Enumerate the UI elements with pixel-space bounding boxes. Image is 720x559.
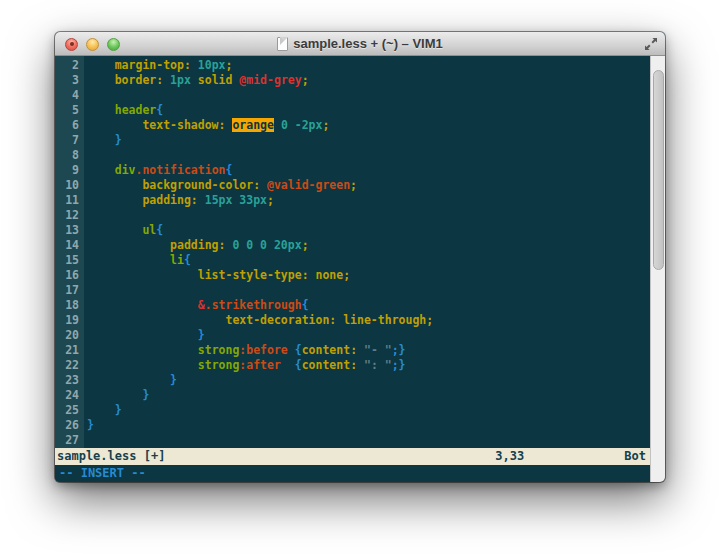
code-line: header{	[87, 103, 650, 118]
status-filename: sample.less [+]	[57, 449, 165, 463]
line-number: 10	[55, 178, 79, 193]
line-number: 23	[55, 373, 79, 388]
code-line: }	[87, 133, 650, 148]
code-line: }	[87, 328, 650, 343]
code-line: li{	[87, 253, 650, 268]
code-line: padding: 15px 33px;	[87, 193, 650, 208]
code-lines[interactable]: margin-top: 10px; border: 1px solid @mid…	[84, 56, 650, 448]
code-line: text-decoration: line-through;	[87, 313, 650, 328]
code-line: strong:before {content: "- ";}	[87, 343, 650, 358]
fullscreen-button[interactable]	[644, 37, 658, 51]
code-line: strong:after {content: ": ";}	[87, 358, 650, 373]
line-number: 8	[55, 148, 79, 163]
editor-column: 2345678910111213141516171819202122232425…	[55, 56, 650, 482]
minimize-button[interactable]	[86, 38, 99, 51]
vim-status-bar: sample.less [+] 3,33 Bot	[55, 448, 650, 465]
line-number: 20	[55, 328, 79, 343]
code-line: &.strikethrough{	[87, 298, 650, 313]
line-number: 19	[55, 313, 79, 328]
scroll-position: Bot	[624, 448, 646, 465]
line-number: 21	[55, 343, 79, 358]
line-number: 3	[55, 73, 79, 88]
code-line: margin-top: 10px;	[87, 58, 650, 73]
window-title: sample.less + (~) – VIM1	[293, 36, 443, 51]
code-line: }	[87, 418, 650, 433]
line-numbers: 2345678910111213141516171819202122232425…	[55, 56, 84, 448]
code-line: ul{	[87, 223, 650, 238]
title-group: sample.less + (~) – VIM1	[277, 36, 443, 51]
expand-arrows-icon	[644, 37, 658, 51]
code-line	[87, 148, 650, 163]
line-number: 5	[55, 103, 79, 118]
line-number: 11	[55, 193, 79, 208]
line-number: 22	[55, 358, 79, 373]
window-content: 2345678910111213141516171819202122232425…	[55, 56, 665, 482]
line-number: 16	[55, 268, 79, 283]
text-editor[interactable]: 2345678910111213141516171819202122232425…	[55, 56, 650, 448]
line-number: 15	[55, 253, 79, 268]
code-line	[87, 88, 650, 103]
code-line	[87, 208, 650, 223]
vim-mode-line: -- INSERT --	[55, 465, 650, 482]
code-line: border: 1px solid @mid-grey;	[87, 73, 650, 88]
title-bar[interactable]: sample.less + (~) – VIM1	[55, 32, 665, 56]
code-line: div.notification{	[87, 163, 650, 178]
line-number: 18	[55, 298, 79, 313]
line-number: 13	[55, 223, 79, 238]
scrollbar-track[interactable]	[650, 56, 665, 482]
line-number: 9	[55, 163, 79, 178]
line-number: 7	[55, 133, 79, 148]
code-line: padding: 0 0 0 20px;	[87, 238, 650, 253]
desktop: sample.less + (~) – VIM1 234567891011121…	[0, 0, 720, 559]
line-number: 25	[55, 403, 79, 418]
cursor-position: 3,33	[495, 448, 524, 465]
code-line: }	[87, 373, 650, 388]
scrollbar-thumb[interactable]	[653, 70, 664, 270]
line-number: 4	[55, 88, 79, 103]
line-number: 26	[55, 418, 79, 433]
code-line: background-color: @valid-green;	[87, 178, 650, 193]
code-line	[87, 283, 650, 298]
line-number: 17	[55, 283, 79, 298]
document-icon	[277, 37, 288, 51]
code-line	[87, 433, 650, 448]
code-line: }	[87, 403, 650, 418]
line-number: 12	[55, 208, 79, 223]
vim-window: sample.less + (~) – VIM1 234567891011121…	[55, 32, 665, 482]
line-number: 6	[55, 118, 79, 133]
code-line: list-style-type: none;	[87, 268, 650, 283]
window-controls	[65, 32, 120, 56]
close-button[interactable]	[65, 38, 78, 51]
line-number: 24	[55, 388, 79, 403]
code-line: }	[87, 388, 650, 403]
line-number: 14	[55, 238, 79, 253]
code-line: text-shadow: orange 0 -2px;	[87, 118, 650, 133]
zoom-button[interactable]	[107, 38, 120, 51]
line-number: 27	[55, 433, 79, 448]
line-number: 2	[55, 58, 79, 73]
